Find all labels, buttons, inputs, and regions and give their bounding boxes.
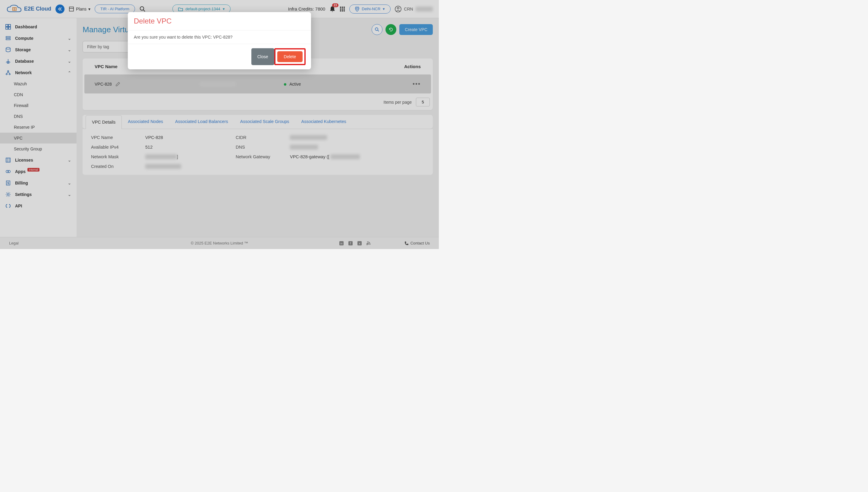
modal-footer: Close Delete xyxy=(128,44,311,69)
modal-header: Delete VPC xyxy=(128,12,311,30)
delete-button-highlight: Delete xyxy=(274,48,306,65)
delete-vpc-modal: Delete VPC Are you sure you want to dele… xyxy=(128,12,311,69)
delete-button[interactable]: Delete xyxy=(277,51,303,62)
modal-body: Are you sure you want to delete this VPC… xyxy=(128,30,311,44)
close-button[interactable]: Close xyxy=(251,48,274,65)
modal-title: Delete VPC xyxy=(134,17,305,25)
